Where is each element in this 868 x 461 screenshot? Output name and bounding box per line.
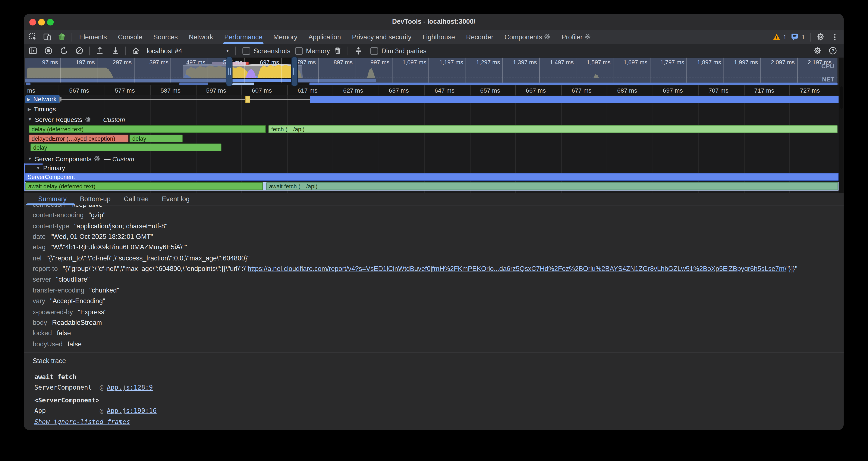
event-bar-delay-b[interactable]: delay: [129, 135, 183, 142]
extension-icon[interactable]: [57, 32, 66, 41]
ruler-tick-label: 617 ms: [287, 87, 328, 94]
header-value: "Express": [78, 308, 106, 316]
show-ignore-listed-link[interactable]: Show ignore-listed frames: [33, 418, 835, 426]
header-key: etag: [33, 243, 46, 251]
header-row: content-encoding"gzip": [33, 211, 838, 222]
stack-trace-frames: await fetchServerComponent@App.js:128:9<…: [33, 372, 835, 416]
capture-settings-gear-icon[interactable]: [813, 46, 822, 55]
header-key: content-encoding: [33, 211, 84, 219]
details-tab[interactable]: Bottom-up: [73, 193, 117, 205]
window-title: DevTools - localhost:3000/: [24, 18, 843, 25]
timeline-overview[interactable]: 97 ms197 ms297 ms397 ms497 ms597 ms697 m…: [25, 58, 838, 83]
panel-tab[interactable]: Sources: [148, 30, 183, 44]
ruler-tick-label: 677 ms: [561, 87, 602, 94]
event-bar-await-fetch-selected[interactable]: await fetch (…/api): [266, 182, 838, 190]
collapse-tracks-icon[interactable]: [354, 46, 363, 55]
home-icon[interactable]: [131, 46, 140, 55]
event-bar-server-component[interactable]: ServerComponent: [25, 173, 839, 181]
collapse-triangle-icon[interactable]: ▼: [28, 117, 32, 122]
toggle-sidebar-icon[interactable]: [28, 46, 37, 55]
panel-tab[interactable]: Privacy and security: [346, 30, 417, 44]
stack-frame-source-link[interactable]: App.js:128:9: [107, 383, 153, 391]
header-row: connection"keep-alive": [33, 205, 838, 211]
save-profile-icon[interactable]: [95, 46, 104, 55]
stack-frame: App@App.js:190:16: [33, 406, 835, 416]
more-options-kebab-icon[interactable]: [830, 32, 839, 41]
svg-text:?: ?: [831, 48, 834, 54]
panel-tab[interactable]: Elements: [74, 30, 113, 44]
screenshots-checkbox[interactable]: [242, 47, 250, 55]
window-range-strip[interactable]: [25, 83, 838, 85]
clear-icon[interactable]: [75, 46, 84, 55]
inspect-element-icon[interactable]: [28, 32, 37, 41]
event-bar-fetch-api[interactable]: fetch (…/api): [269, 125, 837, 133]
panel-tabs: Elements Console Sources: [74, 30, 596, 44]
track-drag-grip[interactable]: [59, 97, 60, 102]
server-components-track-header[interactable]: ▼ Server Components — Custom: [28, 154, 134, 163]
event-bar-delay-c[interactable]: delay: [31, 143, 221, 151]
stack-frame-source-link[interactable]: App.js:190:16: [107, 407, 157, 414]
panel-tab[interactable]: Recorder: [461, 30, 499, 44]
details-tab[interactable]: Event log: [155, 193, 196, 205]
selection-handle-right[interactable]: [291, 56, 298, 86]
memory-checkbox[interactable]: [295, 47, 303, 55]
collapse-triangle-icon[interactable]: ▼: [28, 156, 32, 161]
warning-icon[interactable]: [772, 32, 781, 41]
history-select-value: localhost #4: [147, 47, 182, 55]
network-track-header[interactable]: ▶ Network: [25, 95, 61, 103]
network-request-block-long[interactable]: [310, 95, 839, 103]
network-request-block-short[interactable]: [245, 95, 250, 103]
header-row: bodyReadableStream: [33, 319, 838, 329]
header-value-link[interactable]: https://a.nel.cloudflare.com/report/v4?s…: [248, 265, 786, 272]
issues-icon[interactable]: [790, 32, 799, 41]
timings-track-label: Timings: [34, 106, 56, 113]
stack-frame: ServerComponent@App.js:128:9: [33, 382, 835, 393]
ruler-tick-label: 657 ms: [470, 87, 511, 94]
server-requests-track-header[interactable]: ▼ Server Requests — Custom: [28, 115, 125, 123]
panel-tab[interactable]: Network: [183, 30, 219, 44]
ruler-tick-label: 597 ms: [196, 87, 237, 94]
record-button[interactable]: [44, 46, 53, 55]
panel-tab[interactable]: Application: [303, 30, 346, 44]
collapse-triangle-icon[interactable]: ▼: [36, 166, 40, 170]
detail-ruler[interactable]: ms 567 ms577 ms587 ms597 ms607 ms617 ms6…: [24, 85, 839, 95]
load-profile-icon[interactable]: [111, 46, 119, 55]
overview-tick-label: 1,097 ms: [390, 59, 426, 65]
settings-gear-icon[interactable]: [816, 32, 825, 41]
panel-tab[interactable]: Console: [112, 30, 148, 44]
ruler-tick-label: 577 ms: [104, 87, 146, 94]
event-bar-delay-deferred[interactable]: delay (deferred text): [29, 125, 266, 133]
expand-triangle-icon[interactable]: ▶: [28, 107, 31, 112]
history-select[interactable]: localhost #4 ▼: [147, 47, 230, 55]
details-tab[interactable]: Call tree: [117, 193, 155, 205]
ruler-tick-label: 717 ms: [744, 87, 785, 94]
panel-tab[interactable]: Profiler: [556, 30, 596, 44]
stack-frame-function: App: [34, 406, 100, 416]
panel-tab[interactable]: Performance: [219, 30, 268, 44]
vertical-scrollbar-thumb[interactable]: [839, 86, 843, 109]
garbage-collect-icon[interactable]: [333, 46, 342, 55]
overview-tick-label: 597 ms: [206, 59, 242, 65]
header-value-suffix: "}]}": [786, 265, 798, 272]
panel-tab[interactable]: Memory: [268, 30, 303, 44]
reload-and-record-icon[interactable]: [59, 46, 68, 55]
header-value: "cloudflare": [56, 276, 90, 283]
range-segment: [309, 83, 838, 85]
help-icon[interactable]: ?: [828, 46, 837, 55]
panel-tab[interactable]: Components: [499, 30, 556, 44]
device-toolbar-icon[interactable]: [43, 32, 52, 41]
selection-handle-left[interactable]: [226, 56, 232, 86]
ruler-tick-label: 587 ms: [150, 87, 191, 94]
timings-track-header[interactable]: ▶ Timings: [28, 105, 56, 113]
event-bar-delayed-error[interactable]: delayedError (…ayed exception): [29, 135, 129, 142]
expand-triangle-icon[interactable]: ▶: [27, 97, 31, 102]
header-row: vary"Accept-Encoding": [33, 297, 838, 308]
primary-subtrack-header[interactable]: ▼ Primary: [36, 164, 65, 172]
header-value: ReadableStream: [52, 319, 102, 326]
details-tab[interactable]: Summary: [32, 193, 73, 205]
event-bar-await-delay[interactable]: await delay (deferred text): [25, 182, 263, 190]
dim-3rd-parties-checkbox[interactable]: [370, 47, 378, 55]
overview-tick-label: 2,097 ms: [758, 59, 795, 65]
header-key: bodyUsed: [33, 340, 63, 348]
panel-tab[interactable]: Lighthouse: [417, 30, 461, 44]
